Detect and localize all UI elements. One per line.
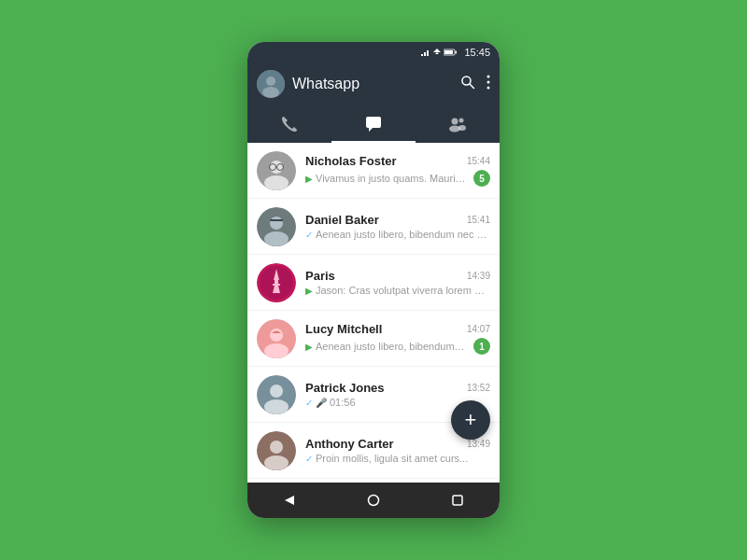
fab-compose[interactable]: +	[451, 400, 490, 440]
chat-time-lucy-mitchell: 14:07	[467, 324, 490, 334]
nav-home-button[interactable]	[357, 483, 390, 517]
chat-header-lucy-mitchell: Lucy Mitchell 14:07	[305, 322, 490, 336]
tab-contacts[interactable]	[416, 105, 500, 143]
chat-item-nicholas-foster[interactable]: Nicholas Foster 15:44 ▶ Vivamus in justo…	[247, 143, 500, 199]
chat-item-paris[interactable]: Paris 14:39 ▶ Jason: Cras volutpat viver…	[247, 255, 500, 311]
chat-item-lucy-mitchell[interactable]: Lucy Mitchell 14:07 ▶ Aenean justo liber…	[247, 311, 500, 367]
svg-rect-8	[444, 50, 453, 54]
chat-preview-paris: Jason: Cras volutpat viverra lorem at fi…	[316, 285, 490, 296]
chat-time-nicholas-foster: 15:44	[467, 156, 490, 166]
svg-marker-18	[369, 128, 373, 132]
svg-point-14	[487, 76, 490, 78]
chat-item-daniel-baker[interactable]: Daniel Baker 15:41 ✓ Aenean justo libero…	[247, 199, 500, 255]
chat-header-daniel-baker: Daniel Baker 15:41	[305, 213, 490, 227]
chat-name-nicholas-foster: Nicholas Foster	[305, 154, 397, 168]
signal-icon	[421, 48, 430, 57]
avatar-nicholas-foster	[257, 151, 296, 190]
app-bar-actions	[460, 75, 490, 93]
nav-bar	[247, 483, 500, 518]
svg-line-13	[470, 84, 474, 89]
svg-point-52	[369, 496, 379, 506]
chat-content-paris: Paris 14:39 ▶ Jason: Cras volutpat viver…	[305, 269, 490, 296]
svg-point-46	[270, 441, 283, 454]
chat-preview-row-paris: ▶ Jason: Cras volutpat viverra lorem at …	[305, 285, 490, 296]
chat-name-anthony-carter: Anthony Carter	[305, 437, 394, 451]
unread-badge-nicholas-foster: 5	[473, 170, 490, 187]
svg-point-10	[266, 77, 275, 86]
svg-point-21	[459, 119, 464, 123]
wifi-icon	[433, 49, 441, 56]
svg-point-41	[264, 343, 289, 358]
chat-header-anthony-carter: Anthony Carter 13:49	[305, 437, 490, 451]
chat-content-daniel-baker: Daniel Baker 15:41 ✓ Aenean justo libero…	[305, 213, 490, 240]
nav-back-button[interactable]	[273, 483, 306, 517]
avatar-daniel-baker	[257, 207, 296, 246]
chat-preview-row-anthony-carter: ✓ Proin mollis, ligula sit amet curs...	[305, 453, 490, 464]
unread-badge-lucy-mitchell: 1	[473, 338, 490, 355]
svg-point-47	[264, 455, 289, 470]
preview-check-icon-anthony: ✓	[305, 454, 313, 464]
svg-point-16	[487, 87, 490, 90]
avatar-anthony-carter	[257, 431, 296, 470]
avatar-patrick-jones	[257, 375, 296, 414]
chat-header-patrick-jones: Patrick Jones 13:52	[305, 381, 490, 395]
preview-play-icon-lucy: ▶	[305, 342, 313, 352]
svg-point-15	[487, 81, 490, 84]
status-bar: 15:45	[247, 42, 500, 63]
chat-time-daniel-baker: 15:41	[467, 215, 490, 225]
svg-point-19	[452, 119, 458, 125]
svg-rect-7	[456, 51, 458, 54]
chat-preview-anthony-carter: Proin mollis, ligula sit amet curs...	[316, 453, 490, 464]
svg-rect-37	[273, 284, 280, 286]
preview-play-icon: ▶	[305, 174, 313, 184]
chat-time-anthony-carter: 13:49	[467, 439, 490, 449]
chat-content-lucy-mitchell: Lucy Mitchell 14:07 ▶ Aenean justo liber…	[305, 322, 490, 355]
chat-header-nicholas-foster: Nicholas Foster 15:44	[305, 154, 490, 168]
svg-marker-5	[435, 52, 439, 54]
chat-list: Nicholas Foster 15:44 ▶ Vivamus in justo…	[247, 143, 500, 483]
chat-time-paris: 14:39	[467, 271, 490, 281]
svg-point-22	[458, 125, 466, 131]
chat-name-lucy-mitchell: Lucy Mitchell	[305, 322, 382, 336]
chat-preview-lucy-mitchell: Aenean justo libero, bibendum nece...	[316, 341, 467, 352]
chat-content-nicholas-foster: Nicholas Foster 15:44 ▶ Vivamus in justo…	[305, 154, 490, 187]
app-title: Whatsapp	[292, 76, 453, 92]
audio-icon-patrick: 🎤	[316, 398, 327, 408]
avatar-lucy-mitchell	[257, 319, 296, 358]
chat-preview-nicholas-foster: Vivamus in justo quams. Mauris sit...	[316, 173, 467, 184]
tab-calls[interactable]	[247, 105, 331, 143]
svg-marker-2	[427, 50, 429, 56]
preview-check-icon: ✓	[305, 230, 313, 240]
avatar-paris	[257, 263, 296, 302]
chat-name-patrick-jones: Patrick Jones	[305, 381, 385, 395]
chat-preview-row-nicholas-foster: ▶ Vivamus in justo quams. Mauris sit... …	[305, 170, 490, 187]
svg-point-31	[264, 231, 289, 246]
tab-bar	[247, 105, 500, 143]
phone-frame: 15:45 Whatsapp	[247, 42, 500, 518]
tab-chats[interactable]	[331, 105, 416, 143]
svg-rect-36	[275, 280, 278, 284]
svg-rect-32	[270, 219, 283, 221]
svg-marker-0	[421, 54, 423, 56]
svg-marker-51	[285, 496, 294, 505]
chat-name-daniel-baker: Daniel Baker	[305, 213, 379, 227]
battery-icon	[444, 49, 457, 56]
svg-point-40	[270, 329, 283, 342]
svg-rect-17	[366, 117, 381, 128]
more-options-button[interactable]	[486, 75, 490, 93]
chat-header-paris: Paris 14:39	[305, 269, 490, 283]
preview-play-icon-paris: ▶	[305, 286, 313, 296]
svg-point-30	[270, 217, 283, 230]
chat-item-joseph-gray[interactable]: Joseph Gray 13:10	[247, 479, 500, 483]
chat-content-anthony-carter: Anthony Carter 13:49 ✓ Proin mollis, lig…	[305, 437, 490, 464]
search-button[interactable]	[460, 75, 475, 93]
app-bar: Whatsapp	[247, 63, 500, 105]
svg-point-20	[449, 126, 460, 133]
chat-name-paris: Paris	[305, 269, 335, 283]
nav-recent-button[interactable]	[441, 483, 474, 517]
app-bar-avatar	[257, 70, 285, 98]
chat-preview-row-daniel-baker: ✓ Aenean justo libero, bibendum nec phae…	[305, 229, 490, 240]
preview-check-icon-patrick: ✓	[305, 398, 313, 408]
status-time: 15:45	[464, 47, 490, 58]
svg-rect-53	[453, 496, 462, 505]
